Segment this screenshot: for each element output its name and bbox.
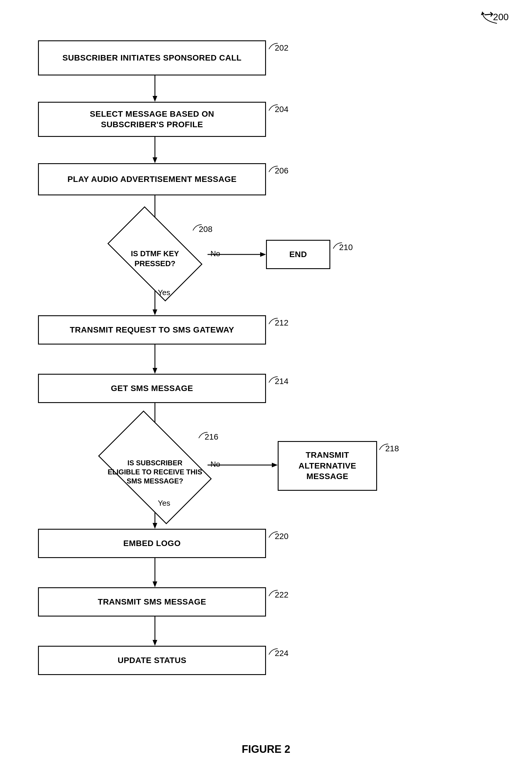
step-224: UPDATE STATUS: [38, 646, 266, 675]
yes-label-216: Yes: [158, 499, 170, 508]
step-202-text: SUBSCRIBER INITIATES SPONSORED CALL: [63, 53, 242, 63]
svg-marker-11: [153, 368, 157, 374]
label-arrow-220: [266, 529, 284, 544]
step-214-text: GET SMS MESSAGE: [111, 383, 193, 394]
label-arrow-204: [266, 102, 284, 116]
step-206: PLAY AUDIO ADVERTISEMENT MESSAGE: [38, 163, 266, 195]
svg-marker-17: [153, 523, 157, 529]
label-arrow-218: [376, 441, 394, 456]
label-arrow-206: [266, 163, 284, 178]
label-arrow-214: [266, 374, 284, 389]
svg-marker-19: [153, 582, 157, 587]
svg-marker-3: [153, 157, 157, 163]
step-212-text: TRANSMIT REQUEST TO SMS GATEWAY: [70, 325, 234, 335]
step-224-text: UPDATE STATUS: [118, 655, 186, 666]
svg-marker-9: [153, 309, 157, 315]
yes-label-208: Yes: [158, 288, 170, 297]
step-222-text: TRANSMIT SMS MESSAGE: [98, 597, 206, 607]
label-arrow-222: [266, 587, 284, 602]
step-222: TRANSMIT SMS MESSAGE: [38, 587, 266, 617]
label-arrow-208: [190, 222, 208, 236]
step-206-text: PLAY AUDIO ADVERTISEMENT MESSAGE: [68, 174, 237, 184]
label-arrow-216: [196, 429, 213, 444]
step-218: TRANSMIT ALTERNATIVE MESSAGE: [278, 441, 377, 491]
svg-marker-21: [153, 640, 157, 646]
step-210: END: [266, 240, 330, 269]
label-arrow-212: [266, 315, 284, 330]
svg-marker-15: [272, 463, 278, 467]
step-218-text: TRANSMIT ALTERNATIVE MESSAGE: [298, 450, 356, 482]
step-204-text: SELECT MESSAGE BASED ON SUBSCRIBER'S PRO…: [90, 109, 214, 130]
diagram-container: 200 ↗ SUBSCRIBER INITIATES SPONSORED CAL…: [0, 0, 532, 773]
no-label-208: No: [210, 249, 220, 258]
step-202: SUBSCRIBER INITIATES SPONSORED CALL: [38, 40, 266, 75]
step-220-text: EMBED LOGO: [123, 538, 181, 549]
label-arrow-202: [266, 40, 284, 55]
step-208-text: IS DTMF KEY PRESSED?: [131, 239, 179, 268]
step-216-text: IS SUBSCRIBER ELIGIBLE TO RECEIVE THIS S…: [96, 449, 214, 486]
svg-marker-7: [260, 252, 266, 257]
figure-label: FIGURE 2: [242, 743, 290, 755]
svg-marker-1: [153, 96, 157, 102]
step-212: TRANSMIT REQUEST TO SMS GATEWAY: [38, 315, 266, 344]
step-214: GET SMS MESSAGE: [38, 374, 266, 403]
step-210-text: END: [289, 249, 307, 260]
fig-arrow-svg: [479, 9, 503, 26]
label-arrow-224: [266, 646, 284, 660]
step-220: EMBED LOGO: [38, 529, 266, 558]
label-arrow-210: [330, 240, 348, 254]
step-204: SELECT MESSAGE BASED ON SUBSCRIBER'S PRO…: [38, 102, 266, 137]
